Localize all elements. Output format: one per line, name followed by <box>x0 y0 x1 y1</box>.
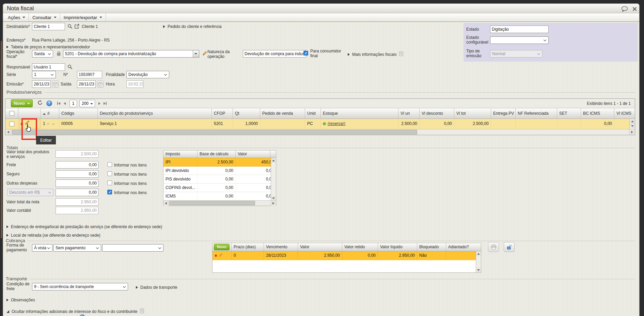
saida-data-input[interactable]: 28/11/23 <box>77 80 96 88</box>
col-header-unid[interactable]: Unid <box>305 108 321 118</box>
endereco-entrega-section-toggle[interactable]: Endereço de entrega/local de prestação d… <box>6 224 162 229</box>
col-header-prazo[interactable]: Prazo (dias) <box>232 243 264 251</box>
open-record-icon[interactable] <box>74 24 79 30</box>
imposto-row-pis-devolvido[interactable]: PIS devolvido 0,00 0,00 <box>163 175 276 184</box>
operacao-tipo-select[interactable]: Saída <box>32 50 53 58</box>
unlock-parcelas-button[interactable] <box>504 242 515 252</box>
scrollbar-thumb[interactable] <box>12 130 417 135</box>
forma-pagamento-select[interactable]: Sem pagamento <box>53 244 101 252</box>
col-header-descricao[interactable]: Descrição do produto/serviço <box>98 108 212 118</box>
page-scrollbar-thumb[interactable] <box>1 41 2 238</box>
outras-despesas-input[interactable]: 0,00 <box>56 179 98 187</box>
informar-outras-checkbox[interactable] <box>107 180 112 185</box>
col-header-vl-desconto[interactable]: Vl desconto <box>420 108 454 118</box>
produtos-vertical-scrollbar[interactable] <box>629 119 635 129</box>
scroll-up-button[interactable] <box>630 119 635 124</box>
select-all-checkbox[interactable] <box>10 111 14 116</box>
search-icon[interactable] <box>67 24 73 30</box>
combo-dropdown-button[interactable] <box>193 50 199 57</box>
consumidor-final-checkbox[interactable] <box>303 51 308 56</box>
forma-tipo-select[interactable]: À vista <box>32 244 52 252</box>
imposto-row-icms[interactable]: ICMS 0,00 0,00 <box>163 192 276 201</box>
col-header-valor[interactable]: Valor <box>298 243 342 251</box>
informar-desconto-checkbox[interactable] <box>107 190 112 194</box>
estado-input[interactable]: Digitação <box>490 26 549 33</box>
col-header-valor-liquido[interactable]: Valor líquido <box>378 243 417 251</box>
previous-page-button[interactable] <box>64 102 66 105</box>
move-row-up-icon[interactable] <box>47 123 49 126</box>
col-header-pedido[interactable]: Pedido de venda <box>260 108 305 118</box>
scroll-right-button[interactable] <box>629 129 635 135</box>
scroll-up-button[interactable] <box>271 158 276 163</box>
search-icon[interactable] <box>67 64 73 71</box>
help-icon[interactable]: ? <box>46 100 52 106</box>
first-page-button[interactable] <box>57 102 60 105</box>
calendar-icon[interactable] <box>52 81 59 88</box>
next-page-button[interactable] <box>98 102 100 105</box>
novo-parcela-button[interactable]: Novo <box>214 244 230 250</box>
col-header-bloqueado[interactable]: Bloqueado <box>417 243 446 251</box>
col-header-valor[interactable]: Valor <box>236 151 270 158</box>
menu-consultar[interactable]: Consultar <box>29 13 60 21</box>
col-header-bc-icms[interactable]: BC ICMS <box>581 108 614 118</box>
col-header-vl-un[interactable]: Vl un <box>398 108 420 118</box>
imposto-row-ipi[interactable]: IPI 2.500,00 450,00 <box>163 158 276 167</box>
col-header-adiantado[interactable]: Adiantado? <box>446 243 476 251</box>
numero-input[interactable]: 1553907 <box>77 71 102 78</box>
menu-imprimir-exportar[interactable]: Imprimir/exportar <box>60 13 106 21</box>
calendar-icon[interactable] <box>97 81 104 88</box>
edit-row-icon[interactable] <box>219 252 223 260</box>
produtos-horizontal-scrollbar[interactable] <box>5 129 635 135</box>
scroll-down-button[interactable] <box>630 124 635 128</box>
novo-produto-button[interactable]: Novo <box>11 99 33 107</box>
page-number-input[interactable]: 1 <box>69 100 77 107</box>
seguro-input[interactable]: 0,00 <box>56 170 98 178</box>
col-header-cfop[interactable]: CFOP <box>212 108 233 118</box>
pedido-cliente-section-toggle[interactable]: Pedido do cliente e referência <box>163 24 222 29</box>
col-header-nf-referenciada[interactable]: NF Referenciada <box>516 108 557 118</box>
impostos-horizontal-scrollbar[interactable] <box>163 200 276 206</box>
last-page-button[interactable] <box>104 102 107 105</box>
edit-pencil-icon[interactable] <box>202 51 207 58</box>
row-checkbox[interactable] <box>10 122 14 126</box>
refresh-icon[interactable] <box>37 100 43 107</box>
delete-row-icon[interactable]: ✖ <box>215 252 217 260</box>
operacao-cfop-combo[interactable]: 5201 - Devolução de compra para industri… <box>63 50 199 58</box>
local-retirada-section-toggle[interactable]: Local de retirada (se diferente do ender… <box>6 233 100 238</box>
estado-configuravel-select[interactable] <box>490 36 549 44</box>
scroll-up-button[interactable] <box>476 251 481 256</box>
scroll-right-button[interactable] <box>271 201 276 206</box>
cobranca-vertical-scrollbar[interactable] <box>476 251 481 272</box>
serie-select[interactable]: 1 <box>32 71 56 78</box>
destinatario-input[interactable]: Cliente 1 <box>32 23 65 30</box>
col-header-estoque[interactable]: Estoque <box>321 108 398 118</box>
natureza-operacao-input[interactable]: Devolução de compra para industrializaçã… <box>243 50 306 58</box>
print-boleto-button[interactable] <box>488 242 499 252</box>
col-header-num[interactable]: # <box>41 108 59 118</box>
reservar-link[interactable]: (reservar) <box>328 121 345 126</box>
help-icon[interactable] <box>79 314 85 316</box>
col-header-vencimento[interactable]: Vencimento <box>264 243 298 251</box>
dados-transporte-section-toggle[interactable]: Dados de transporte <box>136 285 177 290</box>
condicao-frete-select[interactable]: 9 - Sem ocorrência de transporte <box>32 283 128 290</box>
emissao-input[interactable]: 28/11/23 <box>32 80 51 88</box>
menu-acoes[interactable]: Ações <box>4 13 29 21</box>
scroll-left-button[interactable] <box>5 129 11 135</box>
parcela-table-row[interactable]: ✖ 0 28/11/2023 2.950,00 0,00 2.950,00 Nã… <box>213 251 481 260</box>
col-header-vl-tot[interactable]: Vl tot <box>454 108 491 118</box>
col-header-qt[interactable]: Qt <box>233 108 260 118</box>
page-size-select[interactable]: 200 <box>79 100 95 107</box>
impostos-vertical-scrollbar[interactable] <box>271 158 276 201</box>
comments-icon[interactable] <box>621 6 628 13</box>
col-header-entrega-pv[interactable]: Entrega PV <box>491 108 516 118</box>
informar-seguro-checkbox[interactable] <box>107 171 112 176</box>
produto-table-row[interactable]: ✖ 1 00005 Serviço 1 5201 1,0000 PC (rese… <box>5 119 635 129</box>
desconto-input[interactable]: 0,00 <box>56 189 98 196</box>
note-icon[interactable] <box>399 51 403 57</box>
forma-extra-select[interactable] <box>102 244 163 252</box>
imposto-row-ipi-devolvido[interactable]: IPI devolvido 0,00 0,00 <box>163 167 276 175</box>
informar-frete-checkbox[interactable] <box>107 162 112 167</box>
scroll-down-button[interactable] <box>271 196 276 201</box>
scrollbar-thumb[interactable] <box>169 201 255 205</box>
scroll-down-button[interactable] <box>476 268 481 272</box>
